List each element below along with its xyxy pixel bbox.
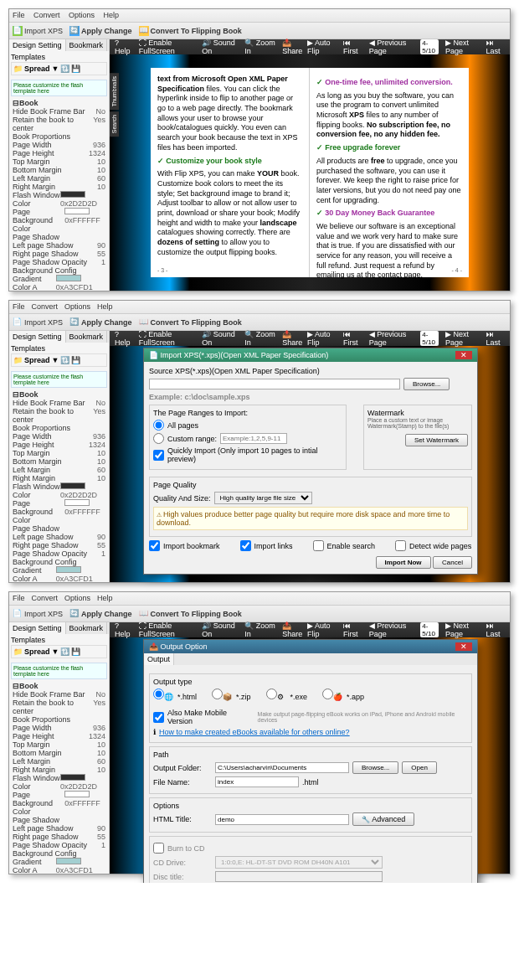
- last-button[interactable]: ⏭ Last: [486, 39, 505, 55]
- tab-bookmark[interactable]: Bookmark: [66, 39, 108, 51]
- custom-range-radio[interactable]: [153, 433, 164, 444]
- dialog-title: 📄 Import XPS(*.xps)(Open XML Paper Speci…: [149, 351, 328, 359]
- share-button[interactable]: 📤 Share: [282, 39, 307, 55]
- import-dialog: 📄 Import XPS(*.xps)(Open XML Paper Speci…: [143, 348, 478, 575]
- import-now-button[interactable]: Import Now: [376, 556, 431, 569]
- help-button[interactable]: ? Help: [115, 39, 132, 55]
- menu-help[interactable]: Help: [104, 11, 120, 19]
- cancel-button[interactable]: Cancel: [433, 556, 472, 569]
- float-icon[interactable]: 📁: [13, 64, 23, 73]
- apply-change-button[interactable]: 🔄Apply Change: [69, 317, 132, 328]
- page-number: - 3 -: [157, 266, 167, 274]
- html-radio[interactable]: [153, 689, 164, 699]
- detect-wide-check[interactable]: [395, 540, 406, 551]
- save-icon[interactable]: 💾: [71, 64, 80, 73]
- mobile-check[interactable]: [153, 712, 164, 723]
- source-input[interactable]: [149, 379, 400, 389]
- book-viewer: ? Help ⛶ Enable FullScreen 🔊 Sound On 🔍 …: [110, 39, 510, 291]
- output-dialog: 📤 Output Option✕ Output Output type 🌐*.h…: [143, 639, 478, 883]
- autoflip-button[interactable]: ▶ Auto Flip: [307, 39, 337, 55]
- quick-import-check[interactable]: [153, 450, 164, 461]
- dialog-title: 📤 Output Option: [149, 642, 208, 651]
- browse-button[interactable]: Browse...: [352, 761, 398, 774]
- import-bookmark-check[interactable]: [149, 540, 160, 551]
- set-watermark-button[interactable]: Set Watermark: [405, 434, 468, 446]
- app-icon: 🍎: [333, 693, 347, 706]
- apply-change-button[interactable]: 🔄Apply Change: [69, 26, 132, 36]
- prev-button[interactable]: ◀ Previous Page: [369, 39, 414, 55]
- all-pages-radio[interactable]: [153, 420, 164, 431]
- quality-warning: ⚠ High values produce better page qualit…: [153, 507, 468, 530]
- window-3: FileConvertOptionsHelp 📄Import XPS 🔄Appl…: [8, 591, 511, 874]
- output-folder-input[interactable]: [215, 762, 349, 773]
- convert-button[interactable]: 📖Convert To Flipping Book: [139, 317, 242, 328]
- exe-radio[interactable]: [266, 689, 277, 699]
- menu-file[interactable]: File: [13, 11, 25, 19]
- quality-select[interactable]: High quality large file size: [214, 492, 312, 504]
- toolbar: 📄Import XPS 🔄Apply Change 📖Convert To Fl…: [9, 23, 510, 39]
- window-2: FileConvertOptionsHelp 📄Import XPS 🔄Appl…: [8, 300, 511, 583]
- custom-range-input[interactable]: [220, 433, 287, 444]
- menu-convert[interactable]: Convert: [33, 11, 60, 19]
- app-radio[interactable]: [322, 689, 333, 699]
- filename-input[interactable]: [215, 776, 299, 787]
- book-page-left[interactable]: text from Microsoft Open XML Paper Speci…: [151, 68, 310, 277]
- page-number: - 4 -: [452, 266, 462, 274]
- open-button[interactable]: Open: [402, 761, 437, 774]
- fullscreen-button[interactable]: ⛶ Enable FullScreen: [139, 39, 196, 55]
- zoom-button[interactable]: 🔍 Zoom In: [244, 39, 275, 55]
- browse-button[interactable]: Browse...: [403, 378, 450, 390]
- output-tab[interactable]: Output: [144, 653, 174, 665]
- import-xps-button[interactable]: 📄Import XPS: [13, 26, 63, 36]
- close-icon[interactable]: ✕: [455, 351, 472, 359]
- window-1: File Convert Options Help 📄Import XPS 🔄A…: [8, 8, 511, 291]
- template-spread[interactable]: Spread: [24, 64, 50, 73]
- page-input[interactable]: 4-5/10: [420, 39, 439, 54]
- next-button[interactable]: ▶ Next Page: [445, 39, 479, 55]
- import-links-check[interactable]: [240, 540, 251, 551]
- customize-msg: Please customize the flash template here: [11, 80, 107, 96]
- html-icon: 🌐: [164, 693, 177, 706]
- close-icon[interactable]: ✕: [455, 642, 472, 651]
- refresh-icon[interactable]: 🔃: [60, 64, 69, 73]
- sound-button[interactable]: 🔊 Sound On: [202, 39, 238, 55]
- enable-search-check[interactable]: [313, 540, 324, 551]
- zip-icon: 📦: [223, 693, 236, 706]
- property-grid[interactable]: ⊟Book Hide Book Frame BarNoRetain the bo…: [9, 98, 109, 291]
- template-dropdown-icon[interactable]: ▼: [52, 64, 59, 73]
- html-title-input[interactable]: [215, 814, 349, 825]
- menu-options[interactable]: Options: [69, 11, 95, 19]
- convert-button[interactable]: 📖Convert To Flipping Book: [139, 26, 242, 36]
- left-panel: Design Setting Bookmark Templates 📁 Spre…: [9, 39, 110, 291]
- advanced-button[interactable]: 🔧 Advanced: [352, 812, 414, 826]
- book-page-right[interactable]: ✓ One-time fee, unlimited conversion. As…: [310, 68, 469, 277]
- menubar: File Convert Options Help: [9, 9, 510, 23]
- first-button[interactable]: ⏮ First: [343, 39, 362, 55]
- zip-radio[interactable]: [212, 689, 223, 699]
- cd-drive-select: 1:0:0,E: HL-DT-ST DVD ROM DH40N A101: [215, 856, 383, 869]
- import-xps-button[interactable]: 📄Import XPS: [13, 317, 63, 328]
- exe-icon: ⚙: [277, 693, 290, 706]
- tab-design[interactable]: Design Setting: [9, 39, 66, 51]
- templates-label: Templates: [11, 53, 107, 61]
- burn-cd-check[interactable]: [153, 843, 164, 854]
- howto-link[interactable]: How to make created eBooks available for…: [159, 728, 350, 736]
- disc-title-input: [215, 871, 383, 882]
